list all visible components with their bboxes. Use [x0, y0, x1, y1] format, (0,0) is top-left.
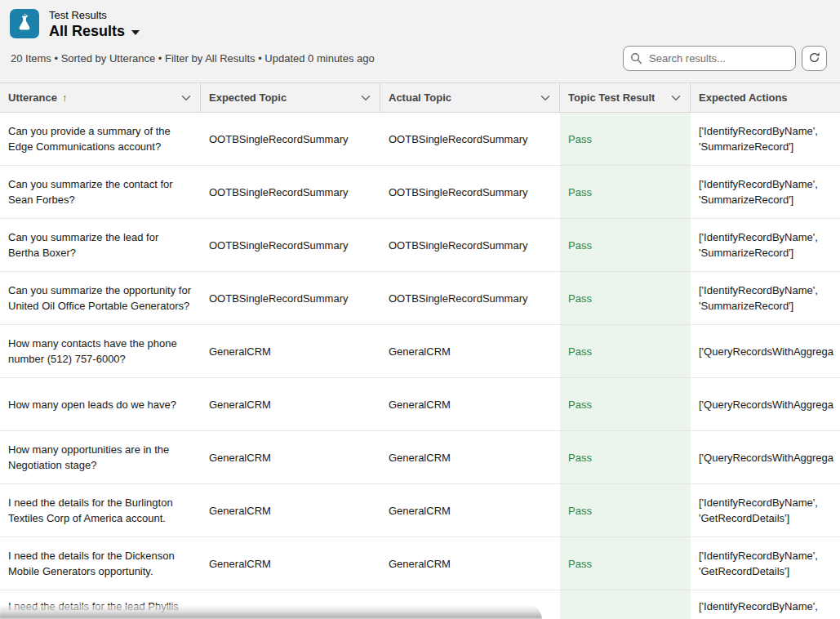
pass-badge: Pass — [568, 185, 592, 200]
expected-actions-cell: ['IdentifyRecordByName', 'GetRecordDetai… — [691, 537, 840, 590]
topic-test-result-cell — [560, 590, 691, 619]
bottom-window-edge — [0, 605, 542, 619]
column-header[interactable]: Utterance ↑ — [0, 83, 201, 112]
actual-topic-cell: GeneralCRM — [380, 537, 560, 590]
search-box — [623, 46, 796, 71]
table-row[interactable]: Can you summarize the contact for Sean F… — [0, 166, 840, 219]
utterance-cell: Can you summarize the lead for Bertha Bo… — [0, 219, 201, 271]
column-label: Topic Test Result — [568, 91, 655, 104]
table-row[interactable]: Can you summarize the lead for Bertha Bo… — [0, 219, 840, 272]
column-header[interactable]: Actual Topic — [380, 83, 560, 112]
topic-test-result-cell: Pass — [560, 484, 691, 537]
utterance-cell: I need the details for the Dickenson Mob… — [0, 537, 201, 590]
page-header: Test Results All Results — [0, 0, 840, 41]
pass-badge: Pass — [568, 344, 592, 359]
actual-topic-cell: OOTBSingleRecordSummary — [380, 219, 560, 271]
table-body: Can you provide a summary of the Edge Co… — [0, 113, 840, 619]
actual-topic-cell: OOTBSingleRecordSummary — [380, 166, 560, 218]
table-row[interactable]: How many contacts have the phone number … — [0, 325, 840, 378]
column-header[interactable]: Expected Topic — [201, 83, 380, 112]
view-dropdown-caret-icon[interactable] — [131, 30, 140, 35]
topic-test-result-cell: Pass — [560, 272, 691, 324]
expected-topic-cell: GeneralCRM — [201, 431, 380, 483]
column-label: Expected Topic — [209, 91, 287, 104]
expected-topic-cell: OOTBSingleRecordSummary — [201, 166, 380, 218]
table-row[interactable]: How many opportunities are in the Negoti… — [0, 431, 840, 484]
chevron-down-icon[interactable] — [540, 92, 551, 104]
utterance-cell: Can you summarize the contact for Sean F… — [0, 166, 201, 218]
topic-test-result-cell: Pass — [560, 431, 691, 483]
column-label: Actual Topic — [389, 91, 451, 104]
utterance-cell: How many contacts have the phone number … — [0, 325, 201, 377]
expected-actions-cell: ['IdentifyRecordByName', 'SummarizeRecor… — [691, 219, 840, 271]
actual-topic-cell: GeneralCRM — [380, 431, 560, 483]
actual-topic-cell: GeneralCRM — [380, 378, 560, 430]
table-row[interactable]: Can you summarize the opportunity for Un… — [0, 272, 840, 325]
header-row: Utterance ↑ Expected Topic Actual Topic — [0, 82, 840, 113]
pass-badge: Pass — [568, 397, 592, 412]
expected-actions-cell: ['QueryRecordsWithAggrega — [691, 325, 840, 377]
utterance-cell: How many opportunities are in the Negoti… — [0, 431, 201, 483]
expected-topic-cell: OOTBSingleRecordSummary — [201, 219, 380, 271]
view-name[interactable]: All Results — [49, 23, 125, 39]
expected-actions-cell: ['IdentifyRecordByName', 'SummarizeRecor… — [691, 113, 840, 165]
list-summary: 20 Items • Sorted by Utterance • Filter … — [11, 52, 375, 65]
flask-icon — [15, 12, 34, 35]
utterance-cell: I need the details for the Burlington Te… — [0, 484, 201, 537]
topic-test-result-cell: Pass — [560, 166, 691, 218]
chevron-down-icon[interactable] — [360, 92, 371, 104]
list-toolbar: 20 Items • Sorted by Utterance • Filter … — [0, 41, 840, 82]
pass-badge: Pass — [568, 503, 592, 519]
expected-topic-cell: OOTBSingleRecordSummary — [201, 272, 380, 324]
test-results-app-icon — [10, 9, 39, 38]
column-label: Utterance — [8, 91, 57, 104]
topic-test-result-cell: Pass — [560, 537, 691, 590]
expected-topic-cell: GeneralCRM — [201, 378, 380, 430]
column-header[interactable]: Expected Actions — [691, 83, 840, 112]
table-row[interactable]: How many open leads do we have? GeneralC… — [0, 378, 840, 431]
refresh-icon — [808, 51, 820, 66]
topic-test-result-cell: Pass — [560, 219, 691, 271]
actual-topic-cell: OOTBSingleRecordSummary — [380, 113, 560, 165]
table-row[interactable]: I need the details for the Burlington Te… — [0, 484, 840, 537]
expected-actions-cell: ['IdentifyRecordByName', — [691, 590, 840, 619]
actual-topic-cell: OOTBSingleRecordSummary — [380, 272, 560, 324]
expected-topic-cell: GeneralCRM — [201, 484, 380, 537]
pass-badge: Pass — [568, 450, 592, 465]
search-input[interactable] — [623, 46, 796, 71]
pass-badge: Pass — [568, 238, 592, 253]
pass-badge: Pass — [568, 291, 592, 306]
expected-actions-cell: ['IdentifyRecordByName', 'GetRecordDetai… — [691, 484, 840, 537]
expected-topic-cell: GeneralCRM — [201, 325, 380, 377]
search-icon — [630, 52, 642, 65]
results-table: Utterance ↑ Expected Topic Actual Topic — [0, 82, 840, 619]
expected-actions-cell: ['IdentifyRecordByName', 'SummarizeRecor… — [691, 166, 840, 218]
column-header[interactable]: Topic Test Result — [560, 83, 691, 112]
topic-test-result-cell: Pass — [560, 378, 691, 430]
expected-topic-cell: OOTBSingleRecordSummary — [201, 113, 380, 165]
actual-topic-cell: GeneralCRM — [380, 325, 560, 377]
expected-actions-cell: ['QueryRecordsWithAggrega — [691, 378, 840, 430]
object-label: Test Results — [49, 9, 140, 22]
table-row[interactable]: Can you provide a summary of the Edge Co… — [0, 113, 840, 166]
list-view-selector[interactable]: All Results — [49, 23, 140, 39]
utterance-cell: Can you provide a summary of the Edge Co… — [0, 113, 201, 165]
utterance-cell: Can you summarize the opportunity for Un… — [0, 272, 201, 324]
utterance-cell: How many open leads do we have? — [0, 378, 201, 430]
expected-actions-cell: ['IdentifyRecordByName', 'SummarizeRecor… — [691, 272, 840, 324]
refresh-button[interactable] — [802, 46, 827, 71]
table-row[interactable]: I need the details for the Dickenson Mob… — [0, 537, 840, 590]
column-label: Expected Actions — [699, 91, 788, 104]
pass-badge: Pass — [568, 556, 592, 572]
chevron-down-icon[interactable] — [180, 92, 192, 104]
expected-actions-cell: ['QueryRecordsWithAggrega — [691, 431, 840, 483]
table-header: Utterance ↑ Expected Topic Actual Topic — [0, 82, 840, 113]
chevron-down-icon[interactable] — [670, 92, 682, 104]
expected-topic-cell: GeneralCRM — [201, 537, 380, 590]
sort-ascending-icon: ↑ — [62, 91, 68, 104]
actual-topic-cell: GeneralCRM — [380, 484, 560, 537]
pass-badge: Pass — [568, 131, 592, 147]
topic-test-result-cell: Pass — [560, 113, 691, 165]
topic-test-result-cell: Pass — [560, 325, 691, 377]
